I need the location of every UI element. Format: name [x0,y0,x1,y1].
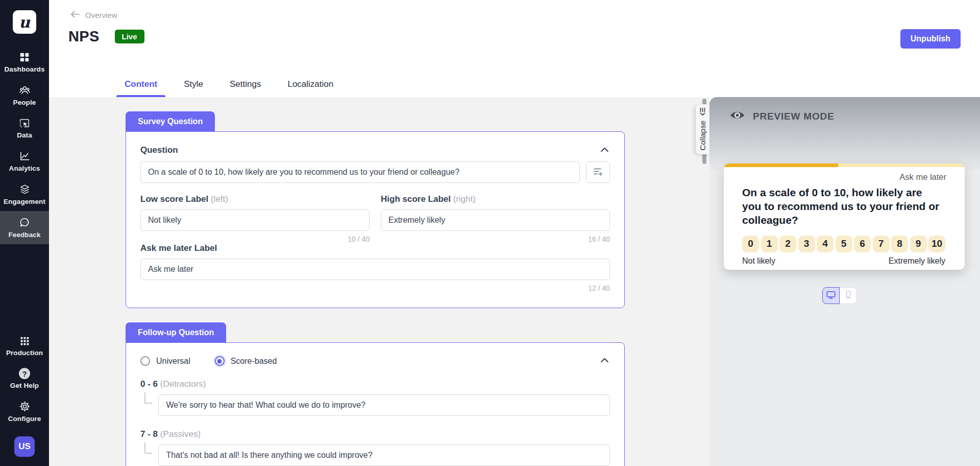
collapse-preview-tab[interactable]: Collapse [696,104,709,154]
survey-question-block: Survey Question Question [126,111,709,308]
back-arrow-icon [70,10,80,20]
feedback-icon [19,217,31,228]
nps-high-label: Extremely likely [889,257,945,266]
people-icon [19,84,31,96]
status-badge: Live [115,30,144,43]
engagement-icon [19,183,31,195]
body-row: Survey Question Question [49,97,980,466]
detractors-input[interactable] [158,394,610,416]
sidebar-item-label: Engagement [4,198,45,205]
nps-low-label: Not likely [742,257,775,266]
help-icon: ? [19,368,30,379]
sidebar-item-configure[interactable]: Configure [0,395,49,428]
followup-question-tab[interactable]: Follow-up Question [126,322,226,343]
eye-icon [730,110,745,122]
score-chip[interactable]: 0 [742,236,759,252]
low-score-hint: (left) [211,194,228,204]
tab-bar: Content Style Settings Localization [125,79,333,97]
passives-hint: (Passives) [160,429,201,439]
score-chip[interactable]: 8 [891,236,908,252]
chevron-up-icon [600,357,609,365]
score-chip[interactable]: 2 [779,236,796,252]
app-logo[interactable]: u [13,10,36,34]
dashboards-icon [19,52,30,63]
collapse-label: Collapse [698,121,707,150]
add-to-list-button[interactable] [586,161,610,183]
tab-style[interactable]: Style [184,79,203,97]
sidebar-item-people[interactable]: People [0,79,49,112]
high-score-label: High score Label (right) [381,194,610,204]
unpublish-button[interactable]: Unpublish [900,29,961,49]
data-icon [19,118,30,129]
page-title: NPS [68,28,100,45]
tab-settings[interactable]: Settings [230,79,261,97]
sidebar-item-feedback[interactable]: Feedback [0,211,49,244]
low-score-counter: 10 / 40 [140,235,370,243]
sidebar-item-dashboards[interactable]: Dashboards [0,46,49,79]
preview-mode-label: PREVIEW MODE [753,111,835,122]
sidebar-item-label: People [13,99,36,106]
high-score-hint: (right) [453,194,476,204]
sidebar-item-engagement[interactable]: Engagement [0,178,49,211]
ask-me-later-link[interactable]: Ask me later [742,172,946,182]
device-toggle [822,287,857,304]
sidebar-item-data[interactable]: Data [0,112,49,145]
preview-panel: Collapse PREVIEW MODE Ask me later On a … [709,97,980,466]
tab-content[interactable]: Content [125,79,157,97]
score-chip[interactable]: 10 [928,236,945,252]
sidebar-item-label: Dashboards [4,65,44,73]
desktop-view-button[interactable] [822,287,840,304]
score-chip[interactable]: 9 [910,236,927,252]
low-score-input[interactable] [140,209,370,231]
radio-universal[interactable]: Universal [140,356,190,366]
sidebar-item-label: Feedback [8,231,40,239]
radio-universal-label: Universal [156,357,190,366]
ask-later-label: Ask me later Label [140,243,610,253]
high-score-field: High score Label (right) 16 / 40 [381,194,610,243]
question-input[interactable] [140,161,580,183]
add-list-icon [593,167,604,178]
analytics-icon [19,150,31,162]
breadcrumb-label: Overview [85,11,117,19]
preview-header: PREVIEW MODE [709,97,980,170]
sidebar-nav: Dashboards People Data Analytics Engagem… [0,46,49,244]
collapse-panel-icon [698,108,707,117]
radio-circle-icon [140,356,150,366]
sidebar-item-label: Production [6,349,43,357]
high-score-input[interactable] [381,209,610,231]
score-row: 012345678910 [742,236,945,252]
production-icon [19,336,30,346]
passives-input[interactable] [158,445,610,466]
editor-content: Survey Question Question [49,97,709,466]
low-score-field: Low score Label (left) 10 / 40 [140,194,370,243]
sidebar-item-label: Configure [8,415,41,423]
radio-score-based[interactable]: Score-based [215,356,277,366]
score-chip[interactable]: 5 [836,236,852,252]
score-chip[interactable]: 7 [873,236,890,252]
nps-question-text: On a scale of 0 to 10, how likely are yo… [742,186,942,227]
breadcrumb[interactable]: Overview [49,0,117,20]
ask-later-input[interactable] [140,259,610,280]
survey-question-tab[interactable]: Survey Question [126,111,215,132]
mobile-view-button[interactable] [840,287,857,304]
passives-label: 7 - 8 (Passives) [140,429,610,439]
score-chip[interactable]: 6 [854,236,871,252]
score-chip[interactable]: 3 [798,236,815,252]
title-row: NPS Live [49,20,980,45]
main-column: Overview NPS Live Unpublish Content Styl… [49,0,980,466]
user-avatar[interactable]: US [14,436,35,457]
sidebar-item-label: Analytics [9,165,40,172]
high-score-counter: 16 / 40 [381,235,610,243]
followup-question-block: Follow-up Question Universal Score-based [126,322,709,466]
sidebar-item-analytics[interactable]: Analytics [0,145,49,178]
score-chip[interactable]: 4 [817,236,834,252]
sidebar-item-get-help[interactable]: ? Get Help [0,362,49,395]
collapse-section-button[interactable] [599,356,610,366]
collapse-section-button[interactable] [599,146,610,155]
gear-icon [19,401,31,412]
radio-circle-selected-icon [215,356,225,366]
tab-localization[interactable]: Localization [287,79,333,97]
score-chip[interactable]: 1 [761,236,778,252]
sidebar-item-production[interactable]: Production [0,330,49,362]
followup-question-card: Universal Score-based [126,342,625,466]
